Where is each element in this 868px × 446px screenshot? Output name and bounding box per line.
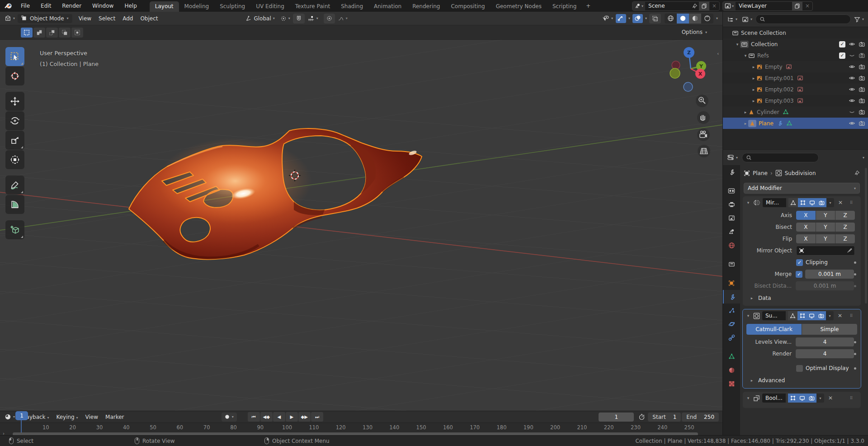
disclosure-toggle[interactable]: ▾ [743, 53, 748, 58]
car-body-mesh[interactable] [129, 128, 422, 259]
scene-name[interactable]: Scene [645, 3, 692, 9]
pivot-point-dropdown[interactable]: ▾ [278, 14, 293, 23]
scene-selector[interactable]: ▾ Scene × [632, 1, 720, 11]
tool-cursor-button[interactable] [5, 66, 24, 85]
workspace-tab-rendering[interactable]: Rendering [407, 1, 445, 12]
outliner-item-label[interactable]: Collection [751, 41, 778, 47]
disclosure-toggle[interactable]: ▾ [735, 42, 740, 47]
ortho-toggle-button[interactable] [698, 145, 710, 157]
outliner-row-empty-002[interactable]: ▸Empty.002 [723, 84, 868, 95]
show-gizmo-dropdown[interactable]: ▾ [599, 14, 616, 23]
subdiv-remove-button[interactable]: ✕ [838, 313, 842, 319]
add-modifier-button[interactable]: Add Modifier▾ [744, 183, 860, 194]
exclude-checkbox[interactable]: ✓ [839, 41, 845, 47]
viewlayer-icon[interactable]: ▾ [723, 2, 736, 10]
viewport-menu-object[interactable]: Object [137, 14, 161, 23]
boolean-name-field[interactable]: Bool... [762, 394, 786, 403]
workspace-tab-modeling[interactable]: Modeling [179, 1, 215, 12]
outliner-row-plane[interactable]: ▸Plane [723, 118, 868, 129]
overlays-dropdown[interactable]: ▾ [645, 16, 647, 20]
select-mode-intersect[interactable] [71, 28, 83, 38]
mirror-flip-x-button[interactable]: X [796, 234, 816, 243]
xray-toggle[interactable] [649, 14, 661, 24]
overlays-toggle[interactable] [632, 14, 643, 23]
transform-orientation-dropdown[interactable]: Global▾ [243, 14, 277, 23]
render-toggle[interactable] [859, 120, 865, 127]
zoom-button[interactable] [696, 95, 708, 107]
workspace-tab-scripting[interactable]: Scripting [547, 1, 582, 12]
shading-dropdown[interactable]: ▾ [716, 16, 718, 20]
viewport-menu-select[interactable]: Select [95, 14, 119, 23]
properties-tab-collection[interactable] [723, 257, 740, 271]
subdiv-extras-dropdown[interactable]: ▾ [826, 311, 834, 320]
end-frame-field[interactable]: End250 [682, 413, 719, 422]
disclosure-toggle[interactable]: ▸ [751, 99, 756, 103]
boolean-drag-handle[interactable]: ⠿ [850, 397, 858, 399]
menu-help[interactable]: Help [120, 1, 141, 10]
mirror-axis-y-button[interactable]: Y [816, 211, 835, 220]
properties-tab-object[interactable] [723, 276, 740, 290]
prev-keyframe-button[interactable]: ◀◆ [260, 412, 273, 422]
boolean-show-in-editmode-toggle[interactable] [788, 394, 797, 403]
tool-options-dropdown[interactable]: Options▾ [682, 29, 707, 35]
subdiv-simple-button[interactable]: Simple [802, 324, 857, 335]
outliner-item-label[interactable]: Scene Collection [741, 30, 786, 36]
outliner-row-collection[interactable]: ▾Collection✓ [723, 38, 868, 50]
render-toggle[interactable] [859, 98, 865, 104]
outliner-item-label[interactable]: Empty.003 [765, 98, 794, 104]
hide-toggle[interactable] [849, 98, 855, 104]
mirror-axis-x-button[interactable]: X [796, 211, 816, 220]
viewlayer-name[interactable]: ViewLayer [736, 3, 792, 9]
mirror-bisect-x-button[interactable]: X [796, 223, 816, 232]
snap-target-dropdown[interactable]: ▾ [305, 14, 321, 23]
mirror-show-in-render-toggle[interactable] [817, 198, 826, 207]
mirror-object-field[interactable] [796, 246, 855, 256]
subdiv-show-in-editmode-toggle[interactable] [797, 311, 807, 320]
subdiv-levels-field[interactable]: 4 [796, 337, 854, 346]
properties-tab-view-layer[interactable] [723, 211, 740, 225]
hide-toggle[interactable] [849, 86, 855, 92]
mirror-extras-dropdown[interactable]: ▾ [826, 198, 834, 207]
mirror-drag-handle[interactable]: ⠿ [850, 202, 858, 204]
properties-tab-scene[interactable] [723, 225, 740, 238]
hide-toggle[interactable] [849, 64, 855, 70]
outliner-item-label[interactable]: Cylinder [757, 109, 779, 115]
properties-tab-render[interactable] [723, 184, 740, 198]
boolean-show-in-viewport-toggle[interactable] [797, 394, 807, 403]
properties-tab-world[interactable] [723, 238, 740, 252]
viewport-canvas[interactable]: Z Y X ‹ [0, 12, 722, 411]
subdiv-catmull-clark-button[interactable]: Catmull-Clark [746, 324, 802, 335]
outliner-item-label[interactable]: Empty.001 [765, 75, 794, 81]
outliner-filter-button[interactable]: ▾ [853, 15, 865, 24]
mirror-bisect-distance-value[interactable]: 0.001 m [796, 281, 854, 290]
mirror-data-subpanel[interactable]: ▸Data [743, 292, 861, 302]
timeline-menu-keying[interactable]: Keying ▾ [52, 413, 81, 422]
properties-tab-particles[interactable] [723, 304, 740, 317]
next-keyframe-button[interactable]: ◆▶ [298, 412, 311, 422]
tool-rotate-button[interactable] [5, 111, 24, 130]
mirror-expand-toggle[interactable]: ▾ [745, 200, 751, 205]
tool-annotate-button[interactable] [5, 176, 24, 195]
viewport-menu-view[interactable]: View [75, 14, 95, 23]
mirror-show-in-viewport-toggle[interactable] [807, 198, 817, 207]
subdiv-show-on-cage-toggle[interactable] [788, 311, 797, 320]
add-workspace-button[interactable]: + [582, 1, 594, 11]
hide-toggle[interactable] [849, 52, 855, 58]
timeline-menu-marker[interactable]: Marker [102, 413, 127, 422]
shading-material-button[interactable] [689, 14, 701, 24]
outliner-search-input[interactable] [755, 14, 851, 24]
proportional-falloff-dropdown[interactable]: ▾ [335, 14, 350, 23]
outliner-item-label[interactable]: Empty.002 [765, 86, 794, 93]
boolean-extras-dropdown[interactable]: ▾ [816, 394, 824, 403]
mirror-bisect-z-button[interactable]: Z [835, 223, 855, 232]
mirror-merge-value[interactable]: 0.001 m [805, 270, 854, 279]
auto-keying-toggle[interactable]: ▾ [222, 413, 237, 422]
outliner-row-empty[interactable]: ▸Empty [723, 61, 868, 72]
outliner-item-label[interactable]: Refs [757, 52, 769, 59]
select-mode-subtract[interactable] [46, 28, 58, 38]
use-preview-range-toggle[interactable] [638, 413, 645, 420]
outliner-row-refs[interactable]: ▾Refs✓✕ [723, 50, 868, 61]
workspace-tab-layout[interactable]: Layout [150, 1, 179, 12]
properties-tab-modifiers[interactable] [723, 290, 740, 304]
workspace-tab-geometry-nodes[interactable]: Geometry Nodes [491, 1, 547, 12]
